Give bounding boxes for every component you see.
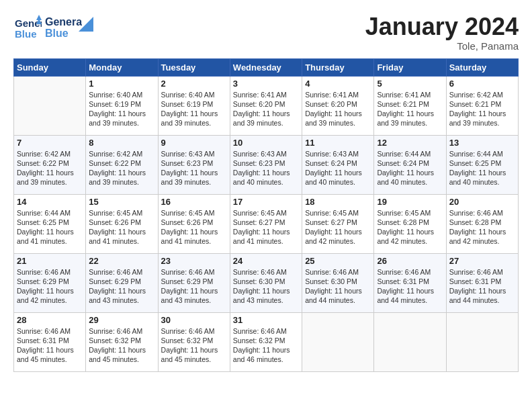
day-number: 7 (17, 138, 83, 148)
day-number: 1 (89, 79, 154, 89)
day-info: Sunrise: 6:41 AMSunset: 6:20 PMDaylight:… (233, 90, 299, 128)
day-number: 11 (305, 138, 371, 148)
day-number: 12 (377, 138, 443, 148)
header: General Blue General Blue January 2024 T… (13, 13, 519, 52)
calendar-week-0: 1Sunrise: 6:40 AMSunset: 6:19 PMDaylight… (14, 76, 519, 135)
day-info: Sunrise: 6:46 AMSunset: 6:30 PMDaylight:… (233, 267, 299, 306)
svg-text:General: General (45, 16, 82, 28)
day-info: Sunrise: 6:41 AMSunset: 6:21 PMDaylight:… (377, 90, 443, 128)
day-info: Sunrise: 6:46 AMSunset: 6:32 PMDaylight:… (233, 326, 299, 365)
day-number: 2 (161, 79, 227, 89)
day-info: Sunrise: 6:45 AMSunset: 6:27 PMDaylight:… (305, 208, 371, 246)
day-number: 3 (233, 79, 299, 89)
day-number: 24 (233, 256, 299, 266)
logo-icon: General Blue (13, 13, 42, 42)
day-info: Sunrise: 6:43 AMSunset: 6:23 PMDaylight:… (161, 149, 227, 187)
day-info: Sunrise: 6:46 AMSunset: 6:28 PMDaylight:… (449, 208, 515, 246)
title-area: January 2024 Tole, Panama (365, 13, 519, 52)
day-number: 26 (377, 256, 443, 266)
day-number: 30 (161, 315, 227, 325)
calendar-cell: 1Sunrise: 6:40 AMSunset: 6:19 PMDaylight… (86, 76, 158, 135)
day-number: 27 (449, 256, 515, 266)
day-number: 28 (17, 315, 83, 325)
calendar-cell: 5Sunrise: 6:41 AMSunset: 6:21 PMDaylight… (374, 76, 446, 135)
logo-text-svg: General Blue (45, 15, 82, 40)
calendar-cell: 3Sunrise: 6:41 AMSunset: 6:20 PMDaylight… (230, 76, 302, 135)
day-info: Sunrise: 6:41 AMSunset: 6:20 PMDaylight:… (305, 90, 371, 128)
calendar-cell: 2Sunrise: 6:40 AMSunset: 6:19 PMDaylight… (158, 76, 230, 135)
day-info: Sunrise: 6:40 AMSunset: 6:19 PMDaylight:… (161, 90, 227, 128)
calendar-cell: 11Sunrise: 6:43 AMSunset: 6:24 PMDayligh… (302, 135, 374, 194)
day-number: 25 (305, 256, 371, 266)
calendar-cell (374, 312, 446, 371)
calendar-cell: 14Sunrise: 6:44 AMSunset: 6:25 PMDayligh… (14, 194, 86, 253)
calendar-cell: 26Sunrise: 6:46 AMSunset: 6:31 PMDayligh… (374, 253, 446, 312)
day-info: Sunrise: 6:45 AMSunset: 6:26 PMDaylight:… (89, 208, 154, 246)
calendar-cell: 28Sunrise: 6:46 AMSunset: 6:31 PMDayligh… (14, 312, 86, 371)
calendar-cell: 23Sunrise: 6:46 AMSunset: 6:29 PMDayligh… (158, 253, 230, 312)
calendar-cell: 31Sunrise: 6:46 AMSunset: 6:32 PMDayligh… (230, 312, 302, 371)
logo: General Blue General Blue (13, 13, 93, 42)
calendar-cell: 22Sunrise: 6:46 AMSunset: 6:29 PMDayligh… (86, 253, 158, 312)
day-number: 17 (233, 197, 299, 207)
weekday-header-monday: Monday (86, 58, 158, 76)
day-info: Sunrise: 6:46 AMSunset: 6:29 PMDaylight:… (17, 267, 83, 306)
weekday-header-sunday: Sunday (14, 58, 86, 76)
calendar-cell (302, 312, 374, 371)
day-info: Sunrise: 6:43 AMSunset: 6:23 PMDaylight:… (233, 149, 299, 187)
svg-text:Blue: Blue (45, 28, 69, 39)
day-info: Sunrise: 6:42 AMSunset: 6:22 PMDaylight:… (17, 149, 83, 187)
day-number: 13 (449, 138, 515, 148)
calendar-cell: 17Sunrise: 6:45 AMSunset: 6:27 PMDayligh… (230, 194, 302, 253)
calendar-cell: 27Sunrise: 6:46 AMSunset: 6:31 PMDayligh… (446, 253, 518, 312)
calendar-cell: 16Sunrise: 6:45 AMSunset: 6:26 PMDayligh… (158, 194, 230, 253)
day-info: Sunrise: 6:46 AMSunset: 6:29 PMDaylight:… (161, 267, 227, 306)
day-info: Sunrise: 6:44 AMSunset: 6:25 PMDaylight:… (449, 149, 515, 187)
day-info: Sunrise: 6:46 AMSunset: 6:30 PMDaylight:… (305, 267, 371, 306)
day-info: Sunrise: 6:46 AMSunset: 6:32 PMDaylight:… (161, 326, 227, 365)
weekday-header-tuesday: Tuesday (158, 58, 230, 76)
svg-text:Blue: Blue (15, 28, 37, 40)
day-number: 5 (377, 79, 443, 89)
day-info: Sunrise: 6:43 AMSunset: 6:24 PMDaylight:… (305, 149, 371, 187)
calendar-cell: 18Sunrise: 6:45 AMSunset: 6:27 PMDayligh… (302, 194, 374, 253)
calendar-cell: 15Sunrise: 6:45 AMSunset: 6:26 PMDayligh… (86, 194, 158, 253)
calendar-cell: 7Sunrise: 6:42 AMSunset: 6:22 PMDaylight… (14, 135, 86, 194)
calendar-header-row: SundayMondayTuesdayWednesdayThursdayFrid… (14, 58, 519, 76)
day-info: Sunrise: 6:42 AMSunset: 6:22 PMDaylight:… (89, 149, 154, 187)
day-info: Sunrise: 6:45 AMSunset: 6:26 PMDaylight:… (161, 208, 227, 246)
day-number: 20 (449, 197, 515, 207)
logo-arrow (79, 17, 93, 32)
calendar-cell: 25Sunrise: 6:46 AMSunset: 6:30 PMDayligh… (302, 253, 374, 312)
day-number: 16 (161, 197, 227, 207)
day-info: Sunrise: 6:46 AMSunset: 6:31 PMDaylight:… (449, 267, 515, 306)
day-number: 19 (377, 197, 443, 207)
day-number: 23 (161, 256, 227, 266)
calendar-cell: 24Sunrise: 6:46 AMSunset: 6:30 PMDayligh… (230, 253, 302, 312)
weekday-header-thursday: Thursday (302, 58, 374, 76)
day-info: Sunrise: 6:44 AMSunset: 6:25 PMDaylight:… (17, 208, 83, 246)
day-info: Sunrise: 6:45 AMSunset: 6:28 PMDaylight:… (377, 208, 443, 246)
day-number: 10 (233, 138, 299, 148)
day-number: 18 (305, 197, 371, 207)
calendar-week-4: 28Sunrise: 6:46 AMSunset: 6:31 PMDayligh… (14, 312, 519, 371)
day-number: 8 (89, 138, 154, 148)
day-info: Sunrise: 6:42 AMSunset: 6:21 PMDaylight:… (449, 90, 515, 128)
day-number: 6 (449, 79, 515, 89)
calendar-cell: 13Sunrise: 6:44 AMSunset: 6:25 PMDayligh… (446, 135, 518, 194)
weekday-header-friday: Friday (374, 58, 446, 76)
calendar-week-1: 7Sunrise: 6:42 AMSunset: 6:22 PMDaylight… (14, 135, 519, 194)
day-number: 14 (17, 197, 83, 207)
day-number: 9 (161, 138, 227, 148)
calendar-cell: 6Sunrise: 6:42 AMSunset: 6:21 PMDaylight… (446, 76, 518, 135)
calendar-title: January 2024 (365, 13, 519, 40)
day-info: Sunrise: 6:46 AMSunset: 6:29 PMDaylight:… (89, 267, 154, 306)
day-info: Sunrise: 6:44 AMSunset: 6:24 PMDaylight:… (377, 149, 443, 187)
calendar-cell: 8Sunrise: 6:42 AMSunset: 6:22 PMDaylight… (86, 135, 158, 194)
calendar-table: SundayMondayTuesdayWednesdayThursdayFrid… (13, 58, 519, 372)
day-number: 22 (89, 256, 154, 266)
calendar-cell: 4Sunrise: 6:41 AMSunset: 6:20 PMDaylight… (302, 76, 374, 135)
calendar-cell (14, 76, 86, 135)
calendar-week-2: 14Sunrise: 6:44 AMSunset: 6:25 PMDayligh… (14, 194, 519, 253)
svg-marker-6 (79, 17, 93, 32)
